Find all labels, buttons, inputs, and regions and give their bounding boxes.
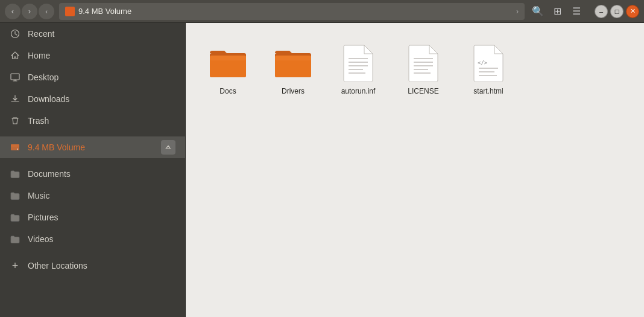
sidebar-item-downloads[interactable]: Downloads — [0, 88, 185, 110]
main-area: Recent Home Desktop — [0, 23, 644, 317]
list-item[interactable]: Docs — [198, 37, 258, 100]
sidebar-music-label: Music — [28, 191, 50, 200]
sidebar-desktop-label: Desktop — [28, 72, 58, 82]
titlebar: ‹ › ‹ 9.4 MB Volume › 🔍 ⊞ ☰ – □ ✕ — [0, 0, 644, 23]
license-file-icon — [404, 43, 443, 82]
sidebar-item-volume[interactable]: 9.4 MB Volume — [0, 136, 185, 158]
sidebar-videos-label: Videos — [28, 234, 54, 244]
sidebar-home-label: Home — [28, 51, 50, 60]
autorun-label: autorun.inf — [341, 87, 376, 95]
list-item[interactable]: Drivers — [263, 37, 323, 100]
sidebar-pictures-label: Pictures — [28, 213, 58, 222]
breadcrumb-toggle-button[interactable]: ‹ — [39, 4, 54, 19]
sidebar-item-other-locations[interactable]: + Other Locations — [0, 255, 185, 277]
location-bar[interactable]: 9.4 MB Volume › — [59, 3, 525, 20]
drivers-label: Drivers — [282, 87, 305, 95]
file-grid: Docs Drivers — [198, 37, 632, 100]
sidebar-volume-label: 9.4 MB Volume — [28, 142, 85, 152]
sidebar-item-trash[interactable]: Trash — [0, 110, 185, 132]
minimize-button[interactable]: – — [595, 5, 608, 18]
svg-text:</>: </> — [478, 60, 488, 66]
list-item[interactable]: autorun.inf — [328, 37, 388, 100]
menu-button[interactable]: ☰ — [568, 3, 585, 20]
list-item[interactable]: LICENSE — [393, 37, 453, 100]
eject-button[interactable] — [161, 140, 175, 155]
sidebar: Recent Home Desktop — [0, 23, 186, 317]
recent-icon — [10, 28, 21, 39]
maximize-button[interactable]: □ — [610, 5, 623, 18]
sidebar-item-recent[interactable]: Recent — [0, 23, 185, 45]
sidebar-recent-label: Recent — [28, 29, 54, 39]
back-button[interactable]: ‹ — [5, 4, 21, 19]
location-expand-icon: › — [516, 7, 519, 16]
trash-icon — [10, 115, 21, 126]
sidebar-downloads-label: Downloads — [28, 94, 69, 104]
sidebar-trash-label: Trash — [28, 116, 49, 126]
drivers-folder-icon — [274, 43, 312, 82]
svg-rect-3 — [11, 144, 19, 147]
nav-buttons: ‹ › ‹ — [5, 4, 54, 19]
desktop-icon — [10, 72, 21, 83]
content-area: Docs Drivers — [186, 23, 644, 317]
license-label: LICENSE — [408, 87, 438, 95]
pictures-folder-icon — [10, 212, 21, 223]
svg-rect-7 — [210, 56, 246, 60]
sidebar-item-home[interactable]: Home — [0, 45, 185, 66]
home-icon — [10, 50, 21, 61]
svg-rect-1 — [11, 74, 19, 80]
other-locations-icon: + — [10, 260, 21, 271]
svg-rect-10 — [275, 56, 311, 60]
search-button[interactable]: 🔍 — [529, 3, 546, 20]
sidebar-other-locations-label: Other Locations — [28, 261, 87, 271]
volume-drive-icon — [10, 142, 21, 153]
sidebar-item-videos[interactable]: Videos — [0, 228, 185, 250]
location-title: 9.4 MB Volume — [78, 7, 131, 16]
music-folder-icon — [10, 190, 21, 201]
sidebar-documents-label: Documents — [28, 169, 71, 179]
list-item[interactable]: </> start.html — [458, 37, 519, 100]
view-toggle-button[interactable]: ⊞ — [549, 3, 566, 20]
toolbar-right: 🔍 ⊞ ☰ – □ ✕ — [529, 3, 639, 20]
sidebar-item-desktop[interactable]: Desktop — [0, 66, 185, 88]
downloads-icon — [10, 94, 21, 104]
documents-folder-icon — [10, 168, 21, 179]
sidebar-item-music[interactable]: Music — [0, 185, 185, 207]
starthtml-label: start.html — [473, 87, 503, 95]
volume-icon — [65, 7, 75, 16]
autorun-file-icon — [339, 43, 377, 82]
docs-folder-icon — [209, 43, 247, 82]
forward-button[interactable]: › — [22, 4, 37, 19]
sidebar-item-documents[interactable]: Documents — [0, 163, 185, 185]
sidebar-item-pictures[interactable]: Pictures — [0, 207, 185, 228]
svg-point-4 — [17, 149, 18, 150]
close-button[interactable]: ✕ — [626, 5, 639, 18]
docs-label: Docs — [219, 87, 236, 95]
starthtml-file-icon: </> — [469, 43, 508, 82]
videos-folder-icon — [10, 234, 21, 245]
